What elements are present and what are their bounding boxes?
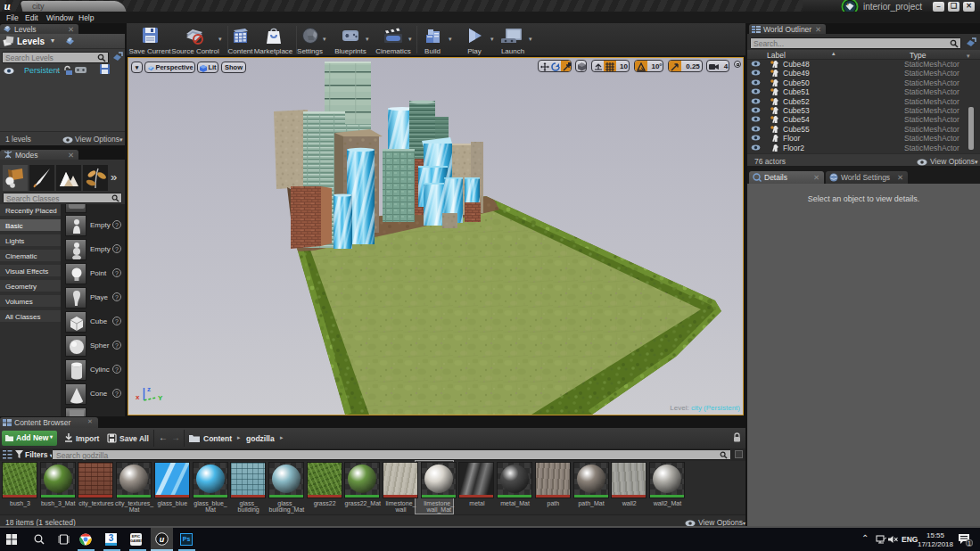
svg-text:Level: city (Persistent): Level: city (Persistent) bbox=[670, 404, 740, 412]
svg-text:u: u bbox=[160, 535, 165, 544]
svg-text:z: z bbox=[147, 385, 151, 393]
svg-text:x: x bbox=[136, 393, 140, 401]
svg-text:Y: Y bbox=[158, 394, 163, 402]
svg-text:1: 1 bbox=[968, 540, 971, 547]
